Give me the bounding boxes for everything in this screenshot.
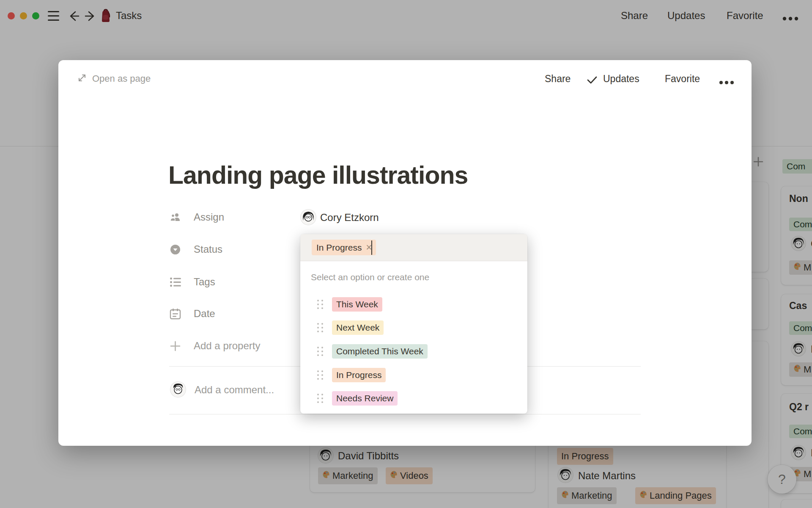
tags-property-label[interactable]: Tags (194, 276, 215, 288)
status-dropdown-input[interactable]: In Progress ✕ (300, 234, 527, 261)
assign-property-value[interactable]: Cory Etzkorn (320, 212, 379, 224)
drag-handle-icon[interactable] (316, 370, 325, 381)
date-property-label[interactable]: Date (194, 308, 215, 320)
modal-favorite-button[interactable]: Favorite (665, 73, 700, 85)
section-divider (169, 414, 641, 414)
modal-more-icon[interactable] (719, 79, 736, 86)
open-as-page-label: Open as page (92, 73, 151, 84)
status-property-icon (170, 244, 181, 257)
selected-status-chip: In Progress ✕ (312, 240, 376, 255)
open-as-page-button[interactable]: Open as page (77, 73, 151, 85)
status-option-tag[interactable]: This Week (332, 297, 382, 312)
modal-share-button[interactable]: Share (545, 73, 571, 85)
text-cursor (371, 240, 372, 255)
assign-property-label[interactable]: Assign (194, 211, 224, 223)
add-comment-input[interactable]: Add a comment... (195, 384, 274, 396)
drag-handle-icon[interactable] (316, 299, 325, 310)
status-option-tag[interactable]: Next Week (332, 320, 384, 335)
status-option-tag[interactable]: Completed This Week (332, 344, 428, 359)
notion-app: { "window_bar": { "title": "Tasks", "sha… (0, 0, 812, 508)
date-property-icon (170, 308, 181, 321)
drag-handle-icon[interactable] (316, 393, 325, 404)
comment-avatar (170, 382, 186, 397)
page-title[interactable]: Landing page illustrations (168, 161, 468, 190)
status-option-tag[interactable]: In Progress (332, 368, 386, 382)
plus-icon (170, 340, 181, 353)
drag-handle-icon[interactable] (316, 346, 325, 357)
drag-handle-icon[interactable] (316, 322, 325, 333)
status-option-tag[interactable]: Needs Review (332, 391, 398, 406)
expand-diagonal-icon (77, 73, 87, 85)
status-dropdown: In Progress ✕ Select an option or create… (300, 234, 527, 414)
modal-updates-button[interactable]: Updates (603, 73, 639, 85)
tags-property-icon (170, 276, 181, 290)
assign-property-icon (170, 212, 181, 225)
selected-status-label: In Progress (316, 243, 362, 253)
assignee-avatar (301, 210, 316, 225)
check-icon (587, 75, 598, 86)
status-property-label[interactable]: Status (194, 243, 222, 255)
add-property-button[interactable]: Add a property (194, 340, 260, 352)
dropdown-hint: Select an option or create one (311, 272, 429, 282)
